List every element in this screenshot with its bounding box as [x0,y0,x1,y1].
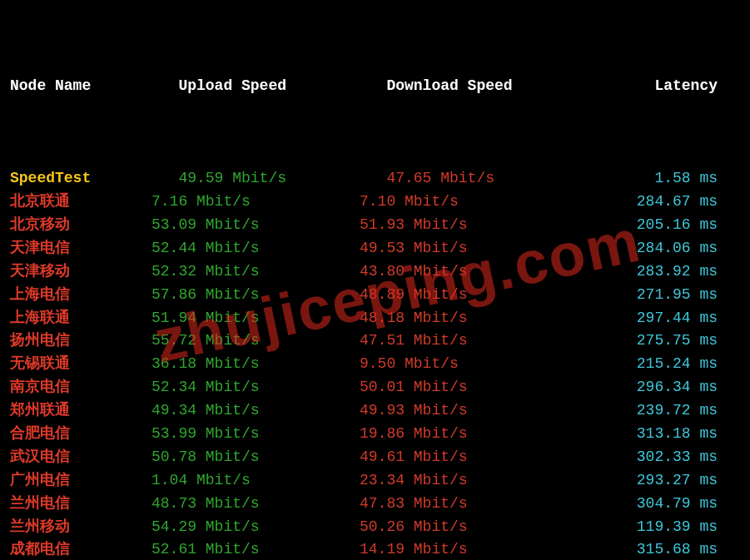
cell-download: 49.93 Mbit/s [360,399,568,423]
cell-download: 9.50 Mbit/s [360,353,568,376]
cell-node: 北京联通 [10,191,151,214]
cell-latency: 297.44 ms [568,307,718,330]
table-row: 无锡联通36.18 Mbit/s9.50 Mbit/s215.24 ms [10,353,740,376]
cell-latency: 275.75 ms [568,330,718,353]
cell-upload: 52.32 Mbit/s [151,260,360,284]
cell-latency: 304.79 ms [568,493,718,516]
cell-latency: 271.95 ms [568,284,718,307]
cell-latency: 313.18 ms [568,423,718,446]
cell-download: 19.86 Mbit/s [360,423,568,446]
cell-upload: 57.86 Mbit/s [151,284,360,307]
table-row: 南京电信52.34 Mbit/s50.01 Mbit/s296.34 ms [10,376,740,399]
cell-upload: 1.04 Mbit/s [151,469,360,493]
table-row: 北京移动53.09 Mbit/s51.93 Mbit/s205.16 ms [10,214,740,237]
cell-upload: 49.34 Mbit/s [151,399,360,423]
cell-latency: 1.58 ms [568,167,718,191]
cell-download: 50.01 Mbit/s [360,376,568,399]
cell-download: 49.61 Mbit/s [360,446,568,469]
cell-download: 51.93 Mbit/s [360,214,568,237]
cell-node: 南京电信 [10,376,151,399]
cell-node: 合肥电信 [10,423,151,446]
cell-upload: 55.72 Mbit/s [151,330,360,353]
cell-node: 天津移动 [10,260,151,284]
cell-upload: 53.09 Mbit/s [151,214,360,237]
cell-latency: 283.92 ms [568,260,718,284]
cell-download: 47.51 Mbit/s [360,330,568,353]
table-row: 兰州移动54.29 Mbit/s50.26 Mbit/s119.39 ms [10,516,740,539]
table-row: 郑州联通49.34 Mbit/s49.93 Mbit/s239.72 ms [10,399,740,423]
cell-node: 成都电信 [10,538,151,560]
cell-download: 49.53 Mbit/s [360,237,568,260]
table-header-row: Node Name Upload Speed Download Speed La… [10,75,740,98]
cell-latency: 293.27 ms [568,469,718,493]
cell-download: 48.89 Mbit/s [360,284,568,307]
cell-upload: 51.94 Mbit/s [151,307,360,330]
cell-download: 50.26 Mbit/s [360,516,568,539]
header-upload: Upload Speed [151,75,360,98]
table-body: SpeedTest 49.59 Mbit/s 47.65 Mbit/s1.58 … [10,167,740,560]
terminal-output: Node Name Upload Speed Download Speed La… [0,0,750,560]
cell-node: 武汉电信 [10,446,151,469]
table-row: 成都电信52.61 Mbit/s14.19 Mbit/s315.68 ms [10,538,740,560]
table-row: 武汉电信50.78 Mbit/s49.61 Mbit/s302.33 ms [10,446,740,469]
cell-node: 郑州联通 [10,399,151,423]
cell-latency: 284.06 ms [568,237,718,260]
table-row: 上海联通51.94 Mbit/s48.18 Mbit/s297.44 ms [10,307,740,330]
cell-node: 上海联通 [10,307,151,330]
header-node: Node Name [10,75,151,98]
cell-upload: 7.16 Mbit/s [151,191,360,214]
cell-node: 上海电信 [10,284,151,307]
cell-node: 无锡联通 [10,353,151,376]
cell-node: 北京移动 [10,214,151,237]
cell-download: 48.18 Mbit/s [360,307,568,330]
cell-upload: 36.18 Mbit/s [151,353,360,376]
cell-latency: 205.16 ms [568,214,718,237]
cell-download: 47.83 Mbit/s [360,493,568,516]
cell-latency: 302.33 ms [568,446,718,469]
cell-node: 扬州电信 [10,330,151,353]
cell-download: 23.34 Mbit/s [360,469,568,493]
table-row: SpeedTest 49.59 Mbit/s 47.65 Mbit/s1.58 … [10,167,740,191]
cell-upload: 50.78 Mbit/s [151,446,360,469]
cell-latency: 315.68 ms [568,538,718,560]
table-row: 广州电信1.04 Mbit/s23.34 Mbit/s293.27 ms [10,469,740,493]
table-row: 合肥电信53.99 Mbit/s19.86 Mbit/s313.18 ms [10,423,740,446]
cell-node: SpeedTest [10,167,151,191]
cell-download: 47.65 Mbit/s [360,167,568,191]
table-row: 上海电信57.86 Mbit/s48.89 Mbit/s271.95 ms [10,284,740,307]
cell-download: 7.10 Mbit/s [360,191,568,214]
cell-node: 天津电信 [10,237,151,260]
cell-upload: 54.29 Mbit/s [151,516,360,539]
table-row: 天津移动52.32 Mbit/s43.80 Mbit/s283.92 ms [10,260,740,284]
cell-upload: 53.99 Mbit/s [151,423,360,446]
cell-node: 兰州移动 [10,516,151,539]
cell-upload: 52.44 Mbit/s [151,237,360,260]
cell-latency: 239.72 ms [568,399,718,423]
cell-node: 广州电信 [10,469,151,493]
cell-upload: 52.34 Mbit/s [151,376,360,399]
cell-node: 兰州电信 [10,493,151,516]
cell-download: 43.80 Mbit/s [360,260,568,284]
cell-download: 14.19 Mbit/s [360,538,568,560]
cell-latency: 284.67 ms [568,191,718,214]
cell-latency: 119.39 ms [568,516,718,539]
table-row: 北京联通7.16 Mbit/s7.10 Mbit/s284.67 ms [10,191,740,214]
cell-upload: 49.59 Mbit/s [151,167,360,191]
table-row: 扬州电信55.72 Mbit/s47.51 Mbit/s275.75 ms [10,330,740,353]
cell-latency: 215.24 ms [568,353,718,376]
table-row: 天津电信52.44 Mbit/s49.53 Mbit/s284.06 ms [10,237,740,260]
cell-upload: 52.61 Mbit/s [151,538,360,560]
header-latency: Latency [568,75,718,98]
table-row: 兰州电信48.73 Mbit/s47.83 Mbit/s304.79 ms [10,493,740,516]
header-download: Download Speed [360,75,568,98]
cell-latency: 296.34 ms [568,376,718,399]
cell-upload: 48.73 Mbit/s [151,493,360,516]
